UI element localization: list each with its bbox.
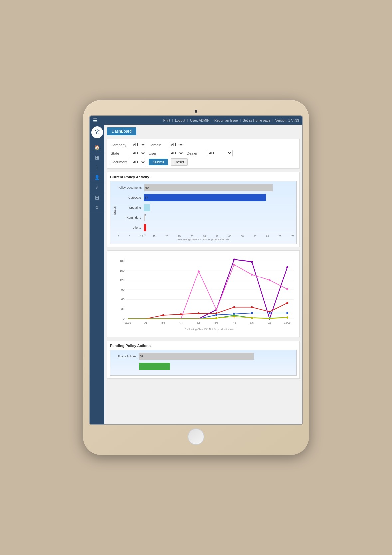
report-issue-link[interactable]: Report an Issue [214,119,238,122]
dealer-select[interactable]: ALL [206,150,233,156]
bar-value-alerts: 1 [144,233,146,237]
bar-outer-updating: 3 [144,204,294,211]
home-button[interactable] [188,428,204,445]
line-chart-footer-text: Built using Chart FX. Not for production… [185,328,235,331]
sep2: | [187,119,188,122]
bar-fill-uptodate: 57 [144,194,266,201]
dealer-label: Dealer [187,151,203,155]
domain-label: Domain [149,143,165,147]
bar-chart-section: Current Policy Activity Status Policy Do… [107,172,300,247]
svg-point-39 [198,312,200,314]
line-chart-svg: 0 30 60 90 120 150 180 11/30 2/1 3/4 4/4 [110,253,297,333]
svg-point-30 [286,266,288,268]
svg-point-44 [286,302,288,304]
pending-bar-fill-green [139,363,170,370]
sidebar-item-settings[interactable]: ⚙ [90,202,104,212]
svg-point-49 [286,312,288,314]
state-select[interactable]: ALL [130,150,146,156]
bar-row-reminders: Reminders 0 [118,214,294,221]
tablet-camera [195,110,197,113]
bar-value-policy-docs: 60 [145,186,149,189]
bar-chart-bars: Policy Documents 60 UptoDate [118,184,294,237]
company-label: Company [111,143,127,147]
bar-chart-footer: Built using Chart FX. Not for production… [113,238,294,241]
sidebar-item-check[interactable]: ✓ [90,182,104,192]
svg-point-34 [251,274,253,276]
bar-outer-reminders: 0 [144,214,294,221]
svg-point-31 [198,270,200,272]
sep5: | [272,119,273,122]
svg-text:60: 60 [121,298,125,301]
sidebar-item-list[interactable]: ▤ [90,192,104,202]
document-label: Document [111,160,127,164]
sidebar: A 🏠 ▦ ↑ 👤 ✓ ▤ ⚙ [90,125,104,424]
svg-point-33 [233,264,235,266]
bar-outer-alerts: 1 [144,224,294,231]
pending-bar-outer-green [139,363,294,370]
bar-fill-alerts [144,224,146,231]
submit-button[interactable]: Submit [149,159,168,165]
bar-outer-policy-docs: 60 [144,184,294,191]
svg-text:180: 180 [120,259,125,263]
logout-link[interactable]: Logout [175,119,185,122]
pending-bar-fill-actions: 37 [139,353,254,360]
sidebar-item-user[interactable]: 👤 [90,172,104,182]
pending-chart-title: Pending Policy Actions [110,344,297,348]
sidebar-item-home[interactable]: 🏠 [90,142,104,152]
svg-point-56 [233,316,235,318]
sidebar-item-chart[interactable]: ▦ [90,152,104,162]
svg-point-36 [286,288,288,290]
set-home-link[interactable]: Set as Home page [243,119,270,122]
svg-text:0: 0 [123,317,125,320]
sep4: | [240,119,241,122]
pending-chart-section: Pending Policy Actions Policy Actions 37 [107,341,300,379]
pending-bar-row-green [113,363,294,370]
svg-point-38 [180,313,182,315]
svg-text:4/4: 4/4 [179,321,183,324]
main-layout: A 🏠 ▦ ↑ 👤 ✓ ▤ ⚙ DashBoard C [90,125,302,424]
bar-row-policy-docs: Policy Documents 60 [118,184,294,191]
bar-label-reminders: Reminders [118,216,141,219]
dashboard-button[interactable]: DashBoard [107,127,136,135]
bar-chart-title: Current Policy Activity [110,175,297,179]
filter-row-2: State ALL User ALL Dealer ALL [111,150,296,156]
bar-chart-inner: Status Policy Documents 60 [110,181,297,244]
svg-text:30: 30 [121,307,125,311]
svg-point-42 [251,306,253,308]
reset-button[interactable]: Reset [171,158,188,166]
filter-section: Company ALL Domain ALL State ALL [107,139,300,169]
svg-text:150: 150 [120,269,125,272]
filter-row-3: Document ALL Submit Reset [111,158,296,166]
svg-point-41 [233,306,235,308]
bar-row-updating: Updating 3 [118,204,294,211]
bar-fill-reminders [144,214,145,221]
menu-icon[interactable]: ☰ [93,118,97,123]
svg-point-35 [269,279,271,281]
svg-text:120: 120 [120,278,125,282]
pending-bar-label-actions: Policy Actions [113,355,136,358]
document-select[interactable]: ALL [130,159,146,165]
bar-label-uptodate: UptoDate [118,196,141,199]
svg-text:7/6: 7/6 [232,321,236,324]
svg-point-57 [251,317,253,319]
bar-fill-policy-docs: 60 [144,184,273,191]
domain-select[interactable]: ALL [168,142,184,148]
print-link[interactable]: Print [163,119,170,122]
svg-point-45 [215,314,217,316]
pending-bar-value-actions: 37 [140,355,143,358]
svg-text:3/4: 3/4 [161,321,165,324]
company-select[interactable]: ALL [130,142,146,148]
filter-row-1: Company ALL Domain ALL [111,142,296,148]
sidebar-item-upload[interactable]: ↑ [90,162,104,172]
svg-text:A: A [95,130,98,135]
svg-text:2/1: 2/1 [144,321,147,324]
svg-text:90: 90 [121,288,125,291]
line-pink [128,265,287,319]
user-select[interactable]: ALL [168,150,184,156]
content-area: DashBoard Company ALL Domain ALL [104,125,302,424]
tablet-screen: ☰ Print | Logout | User: ADMIN | Report … [89,115,303,425]
svg-text:12/30: 12/30 [284,321,290,324]
bar-row-alerts: Alerts 1 [118,224,294,231]
sep3: | [211,119,212,122]
svg-point-28 [233,259,235,261]
